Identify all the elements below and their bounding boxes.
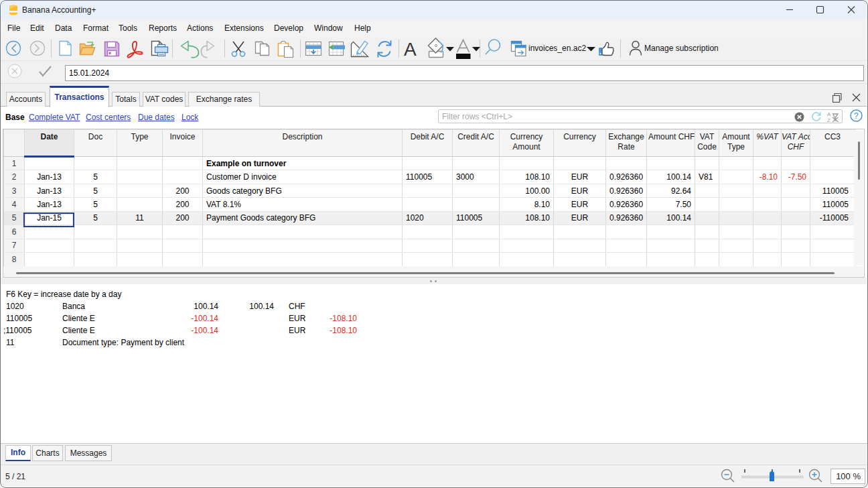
svg-text:Z: Z <box>827 117 830 123</box>
svg-text:A: A <box>404 39 417 60</box>
svg-text:A: A <box>827 111 831 117</box>
svg-text:?: ? <box>854 111 859 121</box>
